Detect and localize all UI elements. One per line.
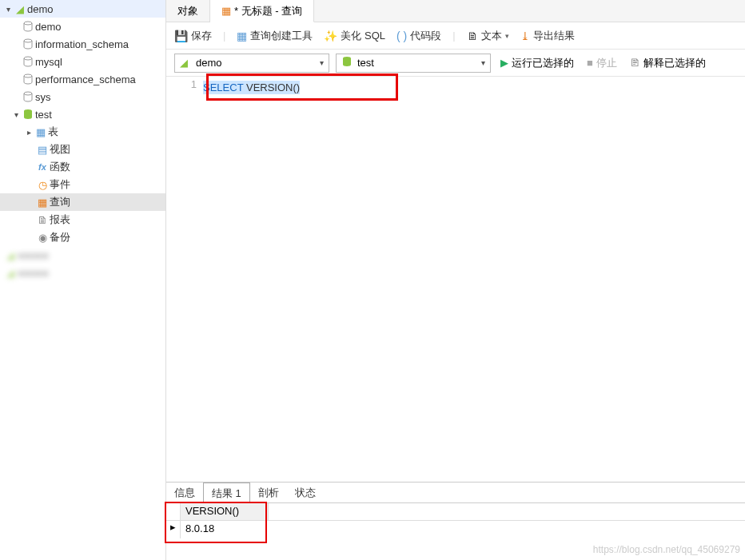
sidebar: ▾ ◢ demo demo information_schema mysql p… <box>0 0 166 560</box>
sparkle-icon: ✨ <box>324 30 337 42</box>
database-selector[interactable]: test ▾ <box>336 54 491 73</box>
database-icon <box>341 56 354 70</box>
tree-label: mysql <box>35 56 62 68</box>
tree-item-views[interactable]: ▤ 视图 <box>0 141 165 158</box>
tab-query-untitled[interactable]: ▦ * 无标题 - 查询 <box>210 0 314 22</box>
tab-result-1[interactable]: 结果 1 <box>203 483 250 503</box>
svg-point-0 <box>24 22 32 25</box>
svg-point-3 <box>24 74 32 77</box>
watermark: https://blog.csdn.net/qq_45069279 <box>593 544 740 555</box>
tree-item-reports[interactable]: 🗎 报表 <box>0 211 165 228</box>
connection-icon: ◢ <box>13 3 27 15</box>
tool-label: 导出结果 <box>533 29 575 43</box>
chevron-down-icon: ▾ <box>320 58 324 67</box>
svg-point-1 <box>24 39 32 42</box>
database-icon <box>21 73 35 85</box>
highlight-annotation <box>165 502 267 543</box>
connection-icon: ◢ <box>3 267 18 279</box>
tree-label: information_schema <box>35 38 129 50</box>
tree-label: 备份 <box>50 230 70 244</box>
action-label: 停止 <box>596 56 617 70</box>
tab-label: * 无标题 - 查询 <box>234 4 302 18</box>
export-result-button[interactable]: ⤓ 导出结果 <box>520 29 575 43</box>
connection-selector[interactable]: ◢ demo ▾ <box>174 54 329 73</box>
explain-icon: 🖹 <box>630 57 640 69</box>
tree-item-tables[interactable]: ▸ ▦ 表 <box>0 123 165 141</box>
builder-icon: ▦ <box>237 30 247 42</box>
tree-label: 视图 <box>50 142 70 157</box>
result-panel: 信息 结果 1 剖析 状态 VERSION() ▸ 8.0.18 https:/… <box>166 482 745 560</box>
code-snippet-button[interactable]: ( ) 代码段 <box>396 29 441 43</box>
chevron-right-icon[interactable]: ▸ <box>24 128 34 137</box>
query-icon: ▦ <box>35 197 50 209</box>
selector-row: ◢ demo ▾ test ▾ ▶ 运行已选择的 ■ 停止 🖹 解释已选择的 <box>166 50 745 77</box>
query-icon: ▦ <box>221 5 231 17</box>
tree-item-backup[interactable]: ◉ 备份 <box>0 228 165 246</box>
tab-objects[interactable]: 对象 <box>166 0 210 22</box>
connection-icon: ◢ <box>3 249 18 261</box>
tool-label: 保存 <box>191 29 212 43</box>
line-number: 1 <box>166 78 197 90</box>
tab-status[interactable]: 状态 <box>287 483 324 502</box>
tree-item-db-info-schema[interactable]: information_schema <box>0 35 165 53</box>
connection-icon: ◢ <box>180 57 193 69</box>
combo-text: test <box>357 57 481 69</box>
tab-profile[interactable]: 剖析 <box>250 483 287 502</box>
tree-item-conn-demo[interactable]: ▾ ◢ demo <box>0 0 165 18</box>
brackets-icon: ( ) <box>396 30 407 42</box>
tree-label: test <box>35 109 52 121</box>
main-area: 对象 ▦ * 无标题 - 查询 💾 保存 | ▦ 查询创建工具 ✨ 美化 SQL… <box>166 0 745 560</box>
view-icon: ▤ <box>35 144 50 156</box>
save-button[interactable]: 💾 保存 <box>174 29 212 43</box>
tree-item-queries[interactable]: ▦ 查询 <box>0 193 165 211</box>
report-icon: 🗎 <box>35 214 50 226</box>
chevron-down-icon[interactable]: ▾ <box>3 5 13 14</box>
svg-point-2 <box>24 57 32 60</box>
tree-item-db-sys[interactable]: sys <box>0 88 165 105</box>
tree-label: 表 <box>48 125 58 139</box>
tree-item-functions[interactable]: fx 函数 <box>0 158 165 176</box>
explain-selected-button[interactable]: 🖹 解释已选择的 <box>627 56 709 70</box>
database-icon <box>21 56 35 67</box>
database-icon <box>21 38 35 50</box>
database-icon <box>21 21 35 32</box>
stop-button: ■ 停止 <box>584 56 620 70</box>
text-button[interactable]: 🗎 文本 ▾ <box>467 29 509 43</box>
tree-label: 报表 <box>50 212 70 227</box>
tree-item-db-test[interactable]: ▾ test <box>0 105 165 123</box>
tree-label: performance_schema <box>35 73 136 85</box>
tree-label: 函数 <box>50 160 70 174</box>
combo-text: demo <box>196 57 320 69</box>
stop-icon: ■ <box>587 57 593 69</box>
tree-item-hidden[interactable]: ◢ xxxxxx <box>0 264 165 281</box>
tree-label: demo <box>35 21 62 33</box>
tree-item-hidden[interactable]: ◢ xxxxxx <box>0 246 165 264</box>
tree-label: 事件 <box>50 177 70 192</box>
result-grid[interactable]: VERSION() ▸ 8.0.18 https://blog.csdn.net… <box>166 503 745 560</box>
tab-info[interactable]: 信息 <box>166 483 203 502</box>
beautify-sql-button[interactable]: ✨ 美化 SQL <box>324 29 385 43</box>
result-tabs: 信息 结果 1 剖析 状态 <box>166 483 745 503</box>
tool-label: 代码段 <box>410 29 441 43</box>
tree-item-db-perf-schema[interactable]: performance_schema <box>0 70 165 88</box>
chevron-down-icon[interactable]: ▾ <box>11 110 21 119</box>
tree-label: 查询 <box>50 195 70 209</box>
tree-item-events[interactable]: ◷ 事件 <box>0 176 165 193</box>
svg-point-4 <box>24 92 32 95</box>
backup-icon: ◉ <box>35 232 50 244</box>
tree-item-db-demo[interactable]: demo <box>0 18 165 35</box>
tree-item-db-mysql[interactable]: mysql <box>0 53 165 70</box>
table-icon: ▦ <box>34 126 48 138</box>
run-selected-button[interactable]: ▶ 运行已选择的 <box>497 56 577 70</box>
toolbar: 💾 保存 | ▦ 查询创建工具 ✨ 美化 SQL ( ) 代码段 | 🗎 文本 … <box>166 22 745 50</box>
export-icon: ⤓ <box>520 30 530 42</box>
function-icon: fx <box>35 162 50 172</box>
tool-label: 查询创建工具 <box>250 29 313 43</box>
sql-editor[interactable]: 1 SELECT VERSION() <box>166 77 745 482</box>
line-gutter: 1 <box>166 77 203 482</box>
action-label: 运行已选择的 <box>512 56 574 70</box>
save-icon: 💾 <box>174 30 188 42</box>
query-builder-button[interactable]: ▦ 查询创建工具 <box>237 29 313 43</box>
code-area[interactable]: SELECT VERSION() <box>203 77 745 482</box>
database-active-icon <box>21 109 35 120</box>
